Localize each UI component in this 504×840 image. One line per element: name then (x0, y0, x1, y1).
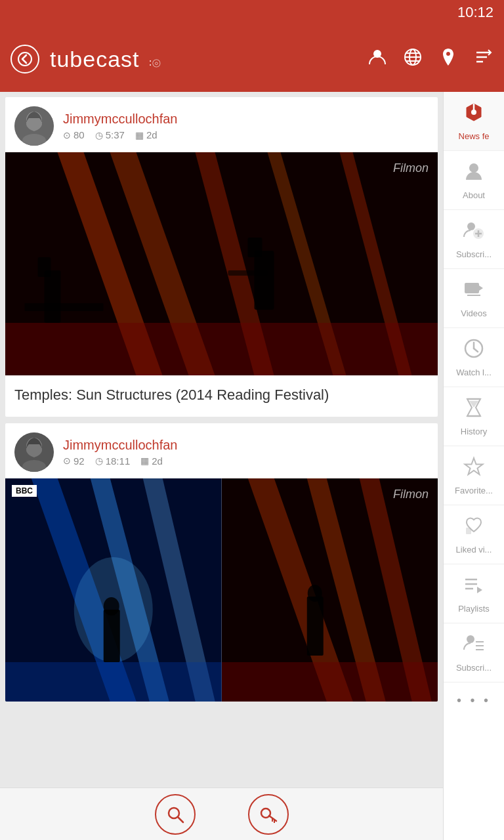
filmon-badge: Filmon (393, 161, 429, 175)
user-icon[interactable] (368, 47, 387, 72)
main-layout: Jimmymccullochfan ⊙ 80 ◷ 5:37 ▦ 2d (0, 92, 504, 840)
svg-point-43 (307, 585, 322, 602)
app-header: tubecast ∶⦾ (0, 26, 504, 92)
watch-later-icon (463, 337, 485, 365)
svg-rect-24 (228, 270, 268, 276)
avatar (14, 106, 54, 146)
playlists-icon (463, 574, 485, 601)
channel-name[interactable]: Jimmymccullochfan (63, 112, 429, 127)
sidebar-item-subscribe[interactable]: Subscri... (444, 210, 504, 269)
svg-rect-25 (25, 303, 104, 311)
sidebar-item-favorites[interactable]: Favorite... (444, 446, 504, 505)
views-icon-2: ⊙ (63, 455, 71, 466)
svg-marker-53 (479, 285, 483, 291)
bbc-badge: BBC (12, 485, 37, 497)
subscriptions-icon (463, 633, 485, 660)
subscribe-label: Subscri... (456, 249, 492, 259)
news-feed-label: News fe (459, 131, 490, 141)
duration-meta: ◷ 5:37 (95, 129, 125, 140)
svg-marker-67 (477, 587, 482, 593)
about-label: About (463, 190, 485, 200)
views-count-2: 92 (74, 455, 85, 467)
history-icon (463, 396, 485, 424)
liked-videos-label: Liked vi... (456, 545, 492, 555)
calendar-icon: ▦ (135, 130, 144, 140)
svg-rect-52 (465, 283, 479, 293)
card-info: Jimmymccullochfan ⊙ 80 ◷ 5:37 ▦ 2d (63, 112, 429, 140)
svg-point-47 (469, 163, 478, 173)
duration-text: 5:37 (106, 129, 125, 140)
filmon-badge-2: Filmon (393, 488, 429, 501)
card-header: Jimmymccullochfan ⊙ 80 ◷ 5:37 ▦ 2d (5, 97, 438, 152)
card-header-2: Jimmymccullochfan ⊙ 92 ◷ 18:11 ▦ 2d (5, 423, 438, 478)
subscriptions-label: Subscri... (456, 663, 492, 673)
video-thumbnail[interactable]: Filmon (5, 152, 438, 375)
playlists-label: Playlists (458, 604, 490, 614)
views-count: 80 (74, 129, 85, 140)
key-button[interactable] (248, 794, 289, 835)
svg-rect-41 (222, 662, 438, 702)
svg-rect-34 (5, 662, 222, 702)
status-bar: 10:12 (0, 0, 504, 26)
svg-rect-19 (5, 323, 438, 375)
sidebar: News fe About S (443, 92, 504, 840)
sidebar-item-playlists[interactable]: Playlists (444, 564, 504, 623)
favorites-label: Favorite... (455, 486, 493, 495)
date-text-2: 2d (152, 455, 163, 467)
svg-point-68 (467, 635, 474, 643)
watch-later-label: Watch l... (456, 368, 492, 377)
video-thumbnail-2[interactable]: BBC Filmon (5, 478, 438, 702)
avatar-2 (14, 432, 54, 472)
svg-rect-63 (466, 528, 471, 534)
svg-point-36 (104, 597, 119, 616)
card-title: Temples: Sun Structures (2014 Reading Fe… (5, 375, 438, 417)
svg-rect-22 (255, 251, 274, 310)
app-title: tubecast ∶⦾ (50, 47, 357, 72)
calendar-icon-2: ▦ (140, 455, 149, 466)
history-label: History (461, 427, 487, 436)
channel-name-2[interactable]: Jimmymccullochfan (63, 438, 429, 453)
sidebar-item-liked-videos[interactable]: Liked vi... (444, 505, 504, 564)
video-card-2[interactable]: Jimmymccullochfan ⊙ 92 ◷ 18:11 ▦ 2d (5, 423, 438, 702)
svg-rect-35 (104, 610, 120, 662)
favorites-icon (463, 455, 485, 483)
svg-rect-23 (248, 238, 262, 257)
more-dots: • • • (457, 693, 491, 708)
news-feed-icon (463, 101, 485, 129)
header-actions (368, 47, 494, 72)
svg-rect-21 (38, 257, 51, 277)
svg-line-73 (178, 817, 183, 822)
views-icon: ⊙ (63, 130, 71, 140)
svg-marker-62 (465, 458, 483, 474)
svg-point-46 (471, 110, 476, 115)
clock-icon-2: ◷ (95, 455, 103, 466)
card-meta-2: ⊙ 92 ◷ 18:11 ▦ 2d (63, 455, 429, 467)
sidebar-item-history[interactable]: History (444, 387, 504, 446)
liked-videos-icon (463, 514, 485, 542)
sidebar-item-about[interactable]: About (444, 151, 504, 210)
svg-rect-42 (306, 597, 323, 656)
search-button[interactable] (155, 794, 196, 835)
globe-icon[interactable] (403, 47, 423, 72)
sidebar-item-subscriptions[interactable]: Subscri... (444, 623, 504, 682)
video-card[interactable]: Jimmymccullochfan ⊙ 80 ◷ 5:37 ▦ 2d (5, 97, 438, 417)
sidebar-more[interactable]: • • • (444, 682, 504, 719)
duration-text-2: 18:11 (106, 455, 131, 467)
sort-icon[interactable] (474, 47, 494, 72)
duration-meta-2: ◷ 18:11 (95, 455, 131, 467)
sidebar-item-watch-later[interactable]: Watch l... (444, 328, 504, 387)
videos-label: Videos (461, 308, 487, 318)
sidebar-item-news-feed[interactable]: News fe (444, 92, 504, 151)
card-info-2: Jimmymccullochfan ⊙ 92 ◷ 18:11 ▦ 2d (63, 438, 429, 467)
sidebar-item-videos[interactable]: Videos (444, 269, 504, 328)
back-button[interactable] (10, 45, 39, 74)
feed-area: Jimmymccullochfan ⊙ 80 ◷ 5:37 ▦ 2d (0, 92, 443, 840)
location-icon[interactable] (438, 47, 458, 72)
svg-point-48 (467, 222, 475, 230)
date-text: 2d (146, 129, 158, 140)
svg-line-57 (474, 348, 478, 352)
subscribe-icon (463, 219, 485, 247)
time-display: 10:12 (457, 4, 494, 20)
svg-point-0 (18, 52, 32, 66)
date-meta: ▦ 2d (135, 129, 158, 140)
